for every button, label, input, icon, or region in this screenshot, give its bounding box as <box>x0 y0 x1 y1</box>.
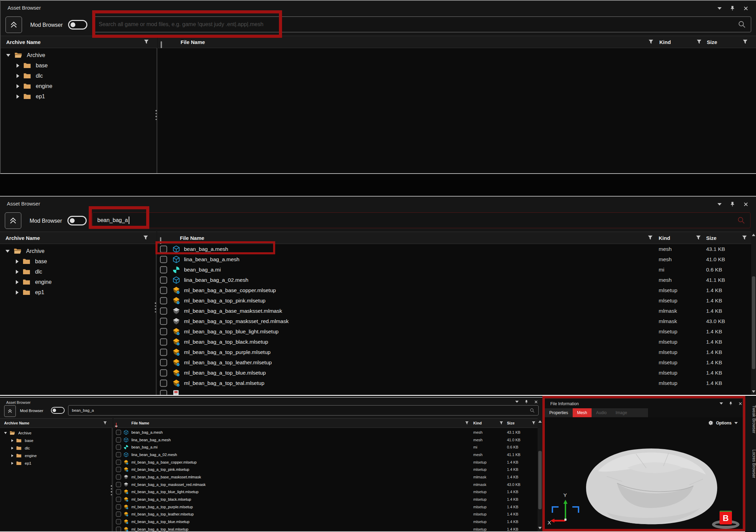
row-checkbox[interactable] <box>116 467 121 472</box>
row-checkbox[interactable] <box>160 339 167 346</box>
vertical-scrollbar[interactable] <box>751 232 756 395</box>
row-checkbox[interactable] <box>160 318 167 325</box>
table-row[interactable]: ml_bean_bag_a_top_blue.mlsetup mlsetup 1… <box>157 368 751 378</box>
tree-item-folder[interactable]: ep1 <box>0 287 156 298</box>
table-row[interactable]: ml_bean_bag_a_base_copper.mlsetup mlsetu… <box>157 285 751 296</box>
splitter-handle[interactable] <box>155 110 157 120</box>
scroll-up-icon[interactable] <box>752 234 755 236</box>
table-row[interactable]: ml_bean_bag_a_top_black.mlsetup mlsetup … <box>157 337 751 347</box>
table-row[interactable]: bean_bag_a.mi mi 0.6 KB <box>114 443 538 451</box>
partial-row-clipped[interactable] <box>157 388 756 396</box>
search-input[interactable] <box>72 408 530 412</box>
window-menu-caret-icon[interactable] <box>515 401 519 403</box>
chevron-right-icon[interactable] <box>17 64 19 68</box>
table-row[interactable]: ml_bean_bag_a_base_copper.mlsetup mlsetu… <box>114 458 538 466</box>
row-checkbox[interactable] <box>116 489 121 495</box>
mod-browser-toggle[interactable] <box>67 216 87 225</box>
row-checkbox[interactable] <box>116 497 121 502</box>
scrollbar-thumb[interactable] <box>752 276 755 369</box>
column-header-kind[interactable]: Kind <box>473 421 482 425</box>
row-checkbox[interactable] <box>160 266 167 274</box>
tree-item-archive-root[interactable]: Archive <box>1 50 156 60</box>
collapse-tree-button[interactable] <box>6 16 22 33</box>
chevron-right-icon[interactable] <box>11 439 13 442</box>
column-header-kind[interactable]: Kind <box>659 39 671 45</box>
table-row[interactable]: lina_bean_bag_a.mesh mesh 41.0 KB <box>114 436 538 444</box>
filter-icon[interactable] <box>103 421 107 425</box>
table-row[interactable]: ml_bean_bag_a_top_leather.mlsetup mlsetu… <box>114 511 538 518</box>
search-bar-focused[interactable]: bean_bag_a <box>92 212 750 228</box>
table-row[interactable]: lina_bean_bag_a_02.mesh mesh 41.1 KB <box>157 275 751 285</box>
row-checkbox[interactable] <box>160 297 167 304</box>
table-row[interactable]: lina_bean_bag_a.mesh mesh 41.0 KB <box>157 254 751 265</box>
tree-item-archive-root[interactable]: Archive <box>0 246 156 256</box>
pin-icon[interactable] <box>730 201 735 207</box>
row-checkbox[interactable] <box>116 504 121 509</box>
row-checkbox[interactable] <box>160 369 167 377</box>
row-checkbox[interactable] <box>160 256 167 263</box>
chevron-right-icon[interactable] <box>11 454 13 457</box>
column-header-archive-name[interactable]: Archive Name <box>6 235 40 241</box>
scroll-down-icon[interactable] <box>752 390 755 393</box>
search-bar[interactable] <box>68 405 539 415</box>
filter-icon[interactable] <box>742 235 747 241</box>
table-row[interactable]: ml_bean_bag_a_base_masksset.mlmask mlmas… <box>114 473 538 481</box>
tree-item-folder[interactable]: dlc <box>1 71 156 81</box>
table-row[interactable]: ml_bean_bag_a_top_purple.mlsetup mlsetup… <box>157 347 751 357</box>
filter-icon[interactable] <box>696 235 701 241</box>
table-row[interactable]: ml_bean_bag_a_base_masksset.mlmask mlmas… <box>157 306 751 316</box>
tree-item-folder[interactable]: base <box>0 256 156 267</box>
row-checkbox[interactable] <box>116 512 121 517</box>
column-header-size[interactable]: Size <box>706 235 716 241</box>
filter-icon[interactable] <box>532 421 536 425</box>
row-checkbox[interactable] <box>160 287 167 294</box>
table-row[interactable]: bean_bag_a.mi mi 0.6 KB <box>157 265 751 275</box>
column-header-archive-name[interactable]: Archive Name <box>4 421 29 425</box>
dock-tab-locres-browser[interactable]: Locres Browser <box>745 443 756 485</box>
column-header-file-name[interactable]: File Name <box>131 421 149 425</box>
chevron-right-icon[interactable] <box>16 290 19 295</box>
chevron-down-icon[interactable] <box>6 250 10 253</box>
column-header-file-name[interactable]: File Name <box>181 39 205 45</box>
collapse-tree-button[interactable] <box>4 405 16 417</box>
dock-tab-tweak-browser[interactable]: Tweak Browser <box>745 400 756 438</box>
row-checkbox[interactable] <box>116 474 121 479</box>
select-all-checkbox[interactable] <box>161 41 162 48</box>
table-row[interactable]: ml_bean_bag_a_top_teal.mlsetup mlsetup 1… <box>114 525 538 531</box>
row-checkbox[interactable] <box>116 452 121 457</box>
filter-icon[interactable] <box>696 40 702 45</box>
window-menu-caret-icon[interactable] <box>717 7 722 10</box>
row-checkbox[interactable] <box>160 349 167 356</box>
window-menu-caret-icon[interactable] <box>717 203 722 206</box>
mod-browser-toggle[interactable] <box>51 407 65 414</box>
table-row[interactable]: ml_bean_bag_a_top_pink.mlsetup mlsetup 1… <box>157 296 751 306</box>
scroll-down-icon[interactable] <box>538 527 542 529</box>
column-header-file-name[interactable]: File Name <box>180 235 204 241</box>
row-checkbox[interactable] <box>160 380 167 387</box>
table-row[interactable]: ml_bean_bag_a_top_pink.mlsetup mlsetup 1… <box>114 466 538 473</box>
tree-item-archive-root[interactable]: Archive <box>0 429 112 437</box>
scroll-up-icon[interactable] <box>538 420 542 423</box>
collapse-tree-button[interactable] <box>5 212 21 229</box>
tree-item-folder[interactable]: engine <box>0 277 156 287</box>
close-icon[interactable] <box>743 202 748 207</box>
tree-item-folder[interactable]: dlc <box>0 267 156 277</box>
close-icon[interactable] <box>534 400 538 404</box>
filter-icon[interactable] <box>465 421 469 425</box>
table-row[interactable]: ml_bean_bag_a_top_teal.mlsetup mlsetup 1… <box>157 378 751 388</box>
row-checkbox[interactable] <box>116 445 121 450</box>
splitter-handle[interactable] <box>155 302 156 312</box>
tree-item-folder[interactable]: engine <box>0 452 112 459</box>
row-checkbox[interactable] <box>116 519 121 524</box>
row-checkbox[interactable] <box>160 277 167 284</box>
column-header-size[interactable]: Size <box>707 39 717 45</box>
table-row[interactable]: ml_bean_bag_a_top_blue.mlsetup mlsetup 1… <box>114 518 538 525</box>
table-row[interactable]: ml_bean_bag_a_top_black.mlsetup mlsetup … <box>114 496 538 503</box>
filter-icon[interactable] <box>648 235 653 241</box>
row-checkbox[interactable] <box>160 328 167 335</box>
filter-icon[interactable] <box>143 235 148 241</box>
table-row[interactable]: ml_bean_bag_a_top_purple.mlsetup mlsetup… <box>114 503 538 511</box>
mod-browser-toggle[interactable] <box>68 20 87 30</box>
splitter-handle[interactable] <box>111 485 112 495</box>
table-row[interactable]: ml_bean_bag_a_top_masksset_red.mlmask ml… <box>114 481 538 488</box>
